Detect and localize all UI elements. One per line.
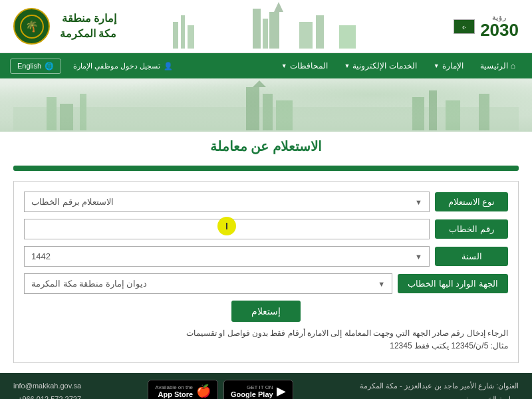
inquiry-type-row: نوع الاستعلام ▼ الاستعلام برقم الخطاب bbox=[24, 192, 508, 212]
svg-marker-19 bbox=[253, 80, 266, 87]
svg-rect-18 bbox=[246, 87, 259, 130]
language-toggle-button[interactable]: 🌐 English bbox=[10, 59, 61, 74]
svg-rect-4 bbox=[188, 25, 194, 49]
header-emblem: 🌴 bbox=[13, 8, 50, 45]
svg-rect-17 bbox=[80, 94, 86, 130]
cursor-indicator: I bbox=[217, 217, 236, 235]
form-note-line2: مثال: 5/ن/12345 يكتب فقط 12345 bbox=[24, 340, 508, 352]
letter-number-row: رقم الخطاب I bbox=[24, 219, 508, 239]
google-play-sub-label: GET IT ON bbox=[231, 384, 273, 390]
svg-rect-20 bbox=[263, 94, 273, 130]
svg-rect-10 bbox=[316, 15, 324, 49]
svg-marker-8 bbox=[274, 2, 283, 12]
employee-login-button[interactable]: 👤 تسجيل دخول موظفي الإمارة bbox=[66, 59, 180, 73]
footer-phone: ‎+966 012 572 2727 bbox=[13, 393, 81, 399]
inquiry-form: نوع الاستعلام ▼ الاستعلام برقم الخطاب رق… bbox=[13, 181, 519, 363]
header-title-line1: إمارة منطقة bbox=[60, 11, 116, 26]
page-header: رؤية 2030 ☪ إمارة منطقة bbox=[0, 0, 532, 53]
svg-rect-7 bbox=[269, 12, 279, 49]
vision-year: 2030 bbox=[480, 21, 519, 39]
nav-item-eservices[interactable]: الخدمات الإلكترونية ▼ bbox=[338, 59, 424, 73]
header-title-line2: مكة المكرمة bbox=[60, 27, 116, 41]
inquiry-type-label: نوع الاستعلام bbox=[435, 192, 508, 211]
svg-text:🌴: 🌴 bbox=[25, 20, 39, 33]
app-store-sub-label: Available on the bbox=[155, 384, 193, 390]
svg-rect-2 bbox=[173, 22, 178, 49]
footer-app-stores: ▶ GET IT ON Google Play 🍎 Available on t… bbox=[148, 380, 293, 399]
app-store-text: Available on the App Store bbox=[155, 384, 193, 398]
main-content: الاستعلام عن معاملة نوع الاستعلام ▼ الاس… bbox=[0, 132, 532, 373]
google-play-text: GET IT ON Google Play bbox=[231, 384, 273, 398]
employee-login-label: تسجيل دخول موظفي الإمارة bbox=[73, 62, 160, 70]
home-icon: ⌂ bbox=[511, 61, 515, 70]
footer-privacy-link[interactable]: سياسة الخصوصية bbox=[360, 393, 519, 399]
app-store-button[interactable]: 🍎 Available on the App Store bbox=[148, 380, 218, 399]
year-arrow-icon: ▼ bbox=[415, 253, 422, 261]
footer-address: العنوان: شارع الأمير ماجد بن عبدالعزيز -… bbox=[360, 380, 519, 393]
submit-button[interactable]: إستعلام bbox=[231, 301, 301, 322]
header-title: إمارة منطقة مكة المكرمة bbox=[60, 11, 116, 41]
language-label: English bbox=[17, 62, 41, 70]
inquiry-type-select[interactable]: ▼ الاستعلام برقم الخطاب bbox=[24, 192, 430, 212]
page-title: الاستعلام عن معاملة bbox=[13, 138, 519, 158]
nav-governorates-label: المحافظات bbox=[290, 61, 328, 70]
svg-rect-5 bbox=[253, 9, 261, 49]
footer-left: info@makkah.gov.sa ‎+966 012 572 2727 bbox=[13, 380, 81, 399]
nav-items-right: ⌂ الرئيسية الإمارة ▼ الخدمات الإلكترونية… bbox=[275, 59, 522, 73]
app-store-main-label: App Store bbox=[155, 390, 193, 398]
login-icon: 👤 bbox=[164, 62, 173, 70]
governorates-arrow-icon: ▼ bbox=[281, 63, 287, 69]
year-row: السنة ▼ 1442 bbox=[24, 246, 508, 267]
svg-rect-9 bbox=[299, 22, 313, 49]
nav-home-label: الرئيسية bbox=[480, 61, 508, 70]
svg-text:☪: ☪ bbox=[462, 25, 466, 30]
footer-right: العنوان: شارع الأمير ماجد بن عبدالعزيز -… bbox=[360, 380, 519, 399]
google-play-main-label: Google Play bbox=[231, 390, 273, 398]
nav-item-emirate[interactable]: الإمارة ▼ bbox=[427, 59, 470, 73]
emirate-arrow-icon: ▼ bbox=[434, 63, 440, 69]
globe-icon: 🌐 bbox=[45, 62, 54, 70]
submit-row: إستعلام bbox=[24, 301, 508, 322]
vision-logo-container: رؤية 2030 ☪ bbox=[454, 14, 519, 39]
header-branding: إمارة منطقة مكة المكرمة 🌴 bbox=[13, 8, 116, 45]
footer-email: info@makkah.gov.sa bbox=[13, 380, 81, 393]
nav-emirate-label: الإمارة bbox=[442, 61, 464, 70]
year-value: 1442 bbox=[31, 251, 51, 261]
svg-rect-21 bbox=[276, 100, 293, 130]
year-label: السنة bbox=[435, 247, 508, 266]
svg-rect-16 bbox=[60, 104, 73, 130]
header-illustration bbox=[166, 2, 366, 51]
svg-rect-25 bbox=[479, 94, 489, 130]
form-note-line1: الرجاء إدخال رقم صادر الجهة التي وجهت ال… bbox=[24, 327, 508, 340]
sender-label: الجهة الوارد اليها الخطاب bbox=[398, 274, 508, 293]
svg-rect-11 bbox=[339, 25, 356, 49]
inquiry-type-value: الاستعلام برقم الخطاب bbox=[31, 197, 114, 207]
page-footer: العنوان: شارع الأمير ماجد بن عبدالعزيز -… bbox=[0, 373, 532, 399]
svg-rect-6 bbox=[263, 19, 268, 49]
nav-item-governorates[interactable]: المحافظات ▼ bbox=[275, 59, 334, 73]
saudi-flag: ☪ bbox=[454, 19, 475, 34]
nav-eservices-label: الخدمات الإلكترونية bbox=[352, 61, 416, 70]
sender-value: ديوان إمارة منطقة مكة المكرمة bbox=[31, 279, 147, 289]
title-divider bbox=[13, 166, 519, 171]
hero-banner bbox=[0, 78, 532, 132]
nav-item-home[interactable]: ⌂ الرئيسية bbox=[473, 59, 522, 73]
hero-skyline-svg bbox=[13, 80, 519, 130]
select-arrow-icon: ▼ bbox=[415, 198, 422, 206]
svg-rect-15 bbox=[47, 97, 57, 130]
main-nav: ⌂ الرئيسية الإمارة ▼ الخدمات الإلكترونية… bbox=[0, 53, 532, 78]
svg-rect-22 bbox=[412, 97, 424, 130]
vision-logo: رؤية 2030 bbox=[480, 14, 519, 39]
form-note: الرجاء إدخال رقم صادر الجهة التي وجهت ال… bbox=[24, 327, 508, 352]
year-select[interactable]: ▼ 1442 bbox=[24, 246, 430, 267]
apple-icon: 🍎 bbox=[196, 384, 211, 398]
sender-row: الجهة الوارد اليها الخطاب ▼ ديوان إمارة … bbox=[24, 273, 508, 294]
sender-arrow-icon: ▼ bbox=[378, 280, 385, 288]
eservices-arrow-icon: ▼ bbox=[344, 63, 350, 69]
svg-rect-3 bbox=[181, 15, 185, 49]
google-play-icon: ▶ bbox=[277, 384, 286, 398]
letter-number-label: رقم الخطاب bbox=[435, 219, 508, 239]
sender-select[interactable]: ▼ ديوان إمارة منطقة مكة المكرمة bbox=[24, 273, 392, 294]
letter-number-input-wrapper: I bbox=[24, 219, 430, 239]
google-play-button[interactable]: ▶ GET IT ON Google Play bbox=[223, 380, 293, 399]
